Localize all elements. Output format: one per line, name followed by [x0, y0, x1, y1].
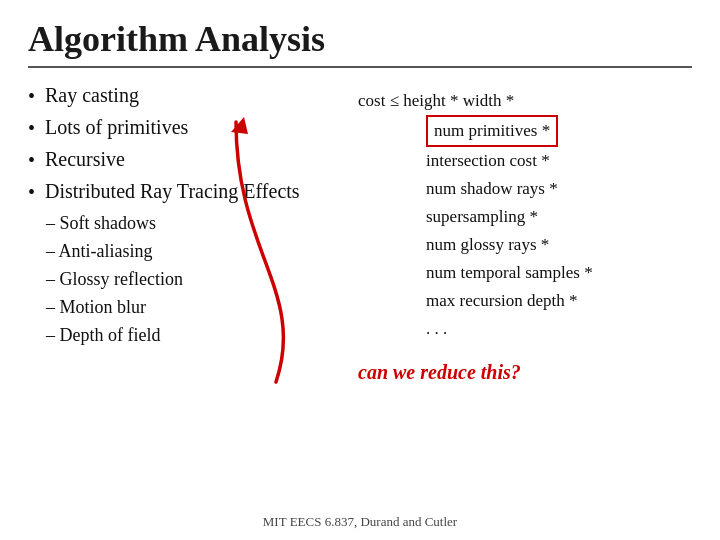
- formula-line5: supersampling *: [358, 203, 692, 231]
- bullet-label: Distributed Ray Tracing Effects: [45, 178, 300, 205]
- sub-item: – Depth of field: [46, 322, 338, 348]
- sub-item: – Glossy reflection: [46, 266, 338, 292]
- slide: Algorithm Analysis • Ray casting • Lots …: [0, 0, 720, 540]
- bullet-label: Lots of primitives: [45, 114, 188, 141]
- formula-line9: . . .: [358, 315, 692, 343]
- footer: MIT EECS 6.837, Durand and Cutler: [263, 514, 457, 530]
- bullet-label: Recursive: [45, 146, 125, 173]
- formula-intro: cost ≤ height * width *: [358, 87, 514, 115]
- sub-list: – Soft shadows – Anti-aliasing – Glossy …: [46, 210, 338, 348]
- bullet-dot: •: [28, 147, 35, 174]
- formula-line8: max recursion depth *: [358, 287, 692, 315]
- bullet-list: • Ray casting • Lots of primitives • Rec…: [28, 82, 338, 206]
- list-item: • Recursive: [28, 146, 338, 174]
- sub-item: – Motion blur: [46, 294, 338, 320]
- bullet-dot: •: [28, 83, 35, 110]
- formula-line3: intersection cost *: [358, 147, 692, 175]
- list-item: • Distributed Ray Tracing Effects: [28, 178, 338, 206]
- cost-formula: cost ≤ height * width * num primitives *…: [358, 87, 692, 343]
- list-item: • Lots of primitives: [28, 114, 338, 142]
- call-to-action: can we reduce this?: [358, 361, 692, 384]
- formula-line4: num shadow rays *: [358, 175, 692, 203]
- page-title: Algorithm Analysis: [28, 18, 692, 68]
- formula-line7: num temporal samples *: [358, 259, 692, 287]
- left-column: • Ray casting • Lots of primitives • Rec…: [28, 82, 338, 384]
- content-area: • Ray casting • Lots of primitives • Rec…: [28, 82, 692, 384]
- sub-item: – Anti-aliasing: [46, 238, 338, 264]
- num-primitives-box: num primitives *: [426, 115, 558, 147]
- list-item: • Ray casting: [28, 82, 338, 110]
- right-column: cost ≤ height * width * num primitives *…: [338, 82, 692, 384]
- bullet-label: Ray casting: [45, 82, 139, 109]
- bullet-dot: •: [28, 115, 35, 142]
- formula-line6: num glossy rays *: [358, 231, 692, 259]
- bullet-dot: •: [28, 179, 35, 206]
- sub-item: – Soft shadows: [46, 210, 338, 236]
